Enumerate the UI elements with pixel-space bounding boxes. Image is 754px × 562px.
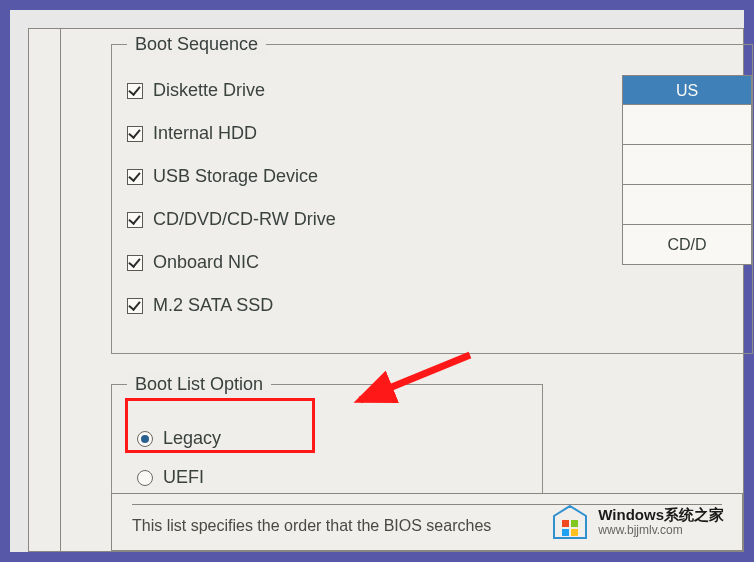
checkbox-icon [127,255,143,271]
boot-sequence-fieldset: Boot Sequence Diskette Drive Internal HD… [111,34,753,354]
boot-order-table: US CD/D [622,75,752,265]
radio-row-uefi[interactable]: UEFI [137,467,527,488]
checkbox-label: CD/DVD/CD-RW Drive [153,209,336,230]
checkbox-label: Internal HDD [153,123,257,144]
svg-rect-5 [571,529,578,536]
checkbox-row-m2-sata[interactable]: M.2 SATA SSD [127,295,752,316]
watermark-url: www.bjjmlv.com [598,524,724,537]
radio-label: Legacy [163,428,221,449]
checkbox-label: M.2 SATA SSD [153,295,273,316]
checkbox-icon [127,298,143,314]
checkbox-label: USB Storage Device [153,166,318,187]
checkbox-icon [127,126,143,142]
bios-settings-panel: Boot Sequence Diskette Drive Internal HD… [60,28,744,552]
description-text: This list specifies the order that the B… [132,517,491,534]
watermark-title: Windows系统之家 [598,507,724,524]
table-row[interactable] [622,105,752,145]
table-row[interactable]: CD/D [622,225,752,265]
checkbox-icon [127,212,143,228]
boot-sequence-legend: Boot Sequence [127,34,266,55]
left-sidebar-gutter [28,28,60,552]
boot-list-option-legend: Boot List Option [127,374,271,395]
radio-row-legacy[interactable]: Legacy [137,428,527,449]
checkbox-icon [127,169,143,185]
watermark-logo-icon [550,504,590,540]
table-row[interactable] [622,145,752,185]
watermark: Windows系统之家 www.bjjmlv.com [550,504,724,540]
svg-rect-4 [562,529,569,536]
table-header[interactable]: US [622,75,752,105]
checkbox-label: Onboard NIC [153,252,259,273]
radio-icon [137,470,153,486]
checkbox-icon [127,83,143,99]
svg-rect-3 [571,520,578,527]
svg-rect-2 [562,520,569,527]
radio-icon [137,431,153,447]
checkbox-label: Diskette Drive [153,80,265,101]
table-row[interactable] [622,185,752,225]
radio-label: UEFI [163,467,204,488]
